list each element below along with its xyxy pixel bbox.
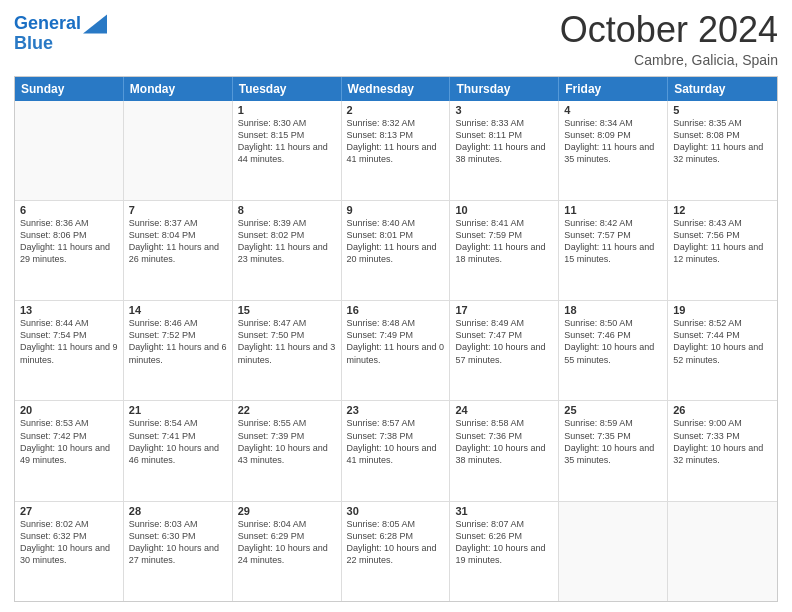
calendar-cell: 1Sunrise: 8:30 AM Sunset: 8:15 PM Daylig… [233,101,342,200]
calendar-cell: 8Sunrise: 8:39 AM Sunset: 8:02 PM Daylig… [233,201,342,300]
day-number: 14 [129,304,227,316]
cell-text: Sunrise: 8:36 AM Sunset: 8:06 PM Dayligh… [20,217,118,266]
logo-icon [83,14,107,34]
cell-text: Sunrise: 8:34 AM Sunset: 8:09 PM Dayligh… [564,117,662,166]
calendar-cell: 24Sunrise: 8:58 AM Sunset: 7:36 PM Dayli… [450,401,559,500]
cell-text: Sunrise: 8:59 AM Sunset: 7:35 PM Dayligh… [564,417,662,466]
calendar-cell: 19Sunrise: 8:52 AM Sunset: 7:44 PM Dayli… [668,301,777,400]
cell-text: Sunrise: 8:02 AM Sunset: 6:32 PM Dayligh… [20,518,118,567]
calendar-cell: 31Sunrise: 8:07 AM Sunset: 6:26 PM Dayli… [450,502,559,601]
cell-text: Sunrise: 9:00 AM Sunset: 7:33 PM Dayligh… [673,417,772,466]
logo-text: General [14,14,81,34]
day-number: 26 [673,404,772,416]
day-number: 7 [129,204,227,216]
day-number: 5 [673,104,772,116]
day-number: 9 [347,204,445,216]
cell-text: Sunrise: 8:47 AM Sunset: 7:50 PM Dayligh… [238,317,336,366]
calendar-cell: 25Sunrise: 8:59 AM Sunset: 7:35 PM Dayli… [559,401,668,500]
day-number: 20 [20,404,118,416]
cell-text: Sunrise: 8:46 AM Sunset: 7:52 PM Dayligh… [129,317,227,366]
calendar-cell: 16Sunrise: 8:48 AM Sunset: 7:49 PM Dayli… [342,301,451,400]
calendar-row-2: 13Sunrise: 8:44 AM Sunset: 7:54 PM Dayli… [15,301,777,401]
logo-line1: General [14,13,81,33]
calendar-cell: 4Sunrise: 8:34 AM Sunset: 8:09 PM Daylig… [559,101,668,200]
calendar-cell: 21Sunrise: 8:54 AM Sunset: 7:41 PM Dayli… [124,401,233,500]
calendar-cell: 22Sunrise: 8:55 AM Sunset: 7:39 PM Dayli… [233,401,342,500]
cell-text: Sunrise: 8:33 AM Sunset: 8:11 PM Dayligh… [455,117,553,166]
day-number: 25 [564,404,662,416]
cell-text: Sunrise: 8:39 AM Sunset: 8:02 PM Dayligh… [238,217,336,266]
svg-marker-0 [83,14,107,33]
calendar-cell: 28Sunrise: 8:03 AM Sunset: 6:30 PM Dayli… [124,502,233,601]
calendar-cell: 23Sunrise: 8:57 AM Sunset: 7:38 PM Dayli… [342,401,451,500]
calendar-cell: 3Sunrise: 8:33 AM Sunset: 8:11 PM Daylig… [450,101,559,200]
cell-text: Sunrise: 8:49 AM Sunset: 7:47 PM Dayligh… [455,317,553,366]
day-number: 12 [673,204,772,216]
location: Cambre, Galicia, Spain [560,52,778,68]
calendar-cell: 17Sunrise: 8:49 AM Sunset: 7:47 PM Dayli… [450,301,559,400]
cell-text: Sunrise: 8:53 AM Sunset: 7:42 PM Dayligh… [20,417,118,466]
cell-text: Sunrise: 8:05 AM Sunset: 6:28 PM Dayligh… [347,518,445,567]
cell-text: Sunrise: 8:57 AM Sunset: 7:38 PM Dayligh… [347,417,445,466]
cell-text: Sunrise: 8:41 AM Sunset: 7:59 PM Dayligh… [455,217,553,266]
day-number: 29 [238,505,336,517]
cell-text: Sunrise: 8:50 AM Sunset: 7:46 PM Dayligh… [564,317,662,366]
calendar-body: 1Sunrise: 8:30 AM Sunset: 8:15 PM Daylig… [15,101,777,601]
day-number: 11 [564,204,662,216]
calendar-cell [559,502,668,601]
calendar-row-1: 6Sunrise: 8:36 AM Sunset: 8:06 PM Daylig… [15,201,777,301]
calendar-cell: 26Sunrise: 9:00 AM Sunset: 7:33 PM Dayli… [668,401,777,500]
day-number: 3 [455,104,553,116]
calendar-cell [124,101,233,200]
calendar-cell: 9Sunrise: 8:40 AM Sunset: 8:01 PM Daylig… [342,201,451,300]
day-number: 10 [455,204,553,216]
calendar-header: SundayMondayTuesdayWednesdayThursdayFrid… [15,77,777,101]
cell-text: Sunrise: 8:07 AM Sunset: 6:26 PM Dayligh… [455,518,553,567]
day-header-tuesday: Tuesday [233,77,342,101]
cell-text: Sunrise: 8:35 AM Sunset: 8:08 PM Dayligh… [673,117,772,166]
day-number: 13 [20,304,118,316]
day-number: 22 [238,404,336,416]
day-number: 31 [455,505,553,517]
day-number: 8 [238,204,336,216]
day-number: 6 [20,204,118,216]
calendar-cell: 20Sunrise: 8:53 AM Sunset: 7:42 PM Dayli… [15,401,124,500]
cell-text: Sunrise: 8:03 AM Sunset: 6:30 PM Dayligh… [129,518,227,567]
day-header-thursday: Thursday [450,77,559,101]
calendar-cell: 10Sunrise: 8:41 AM Sunset: 7:59 PM Dayli… [450,201,559,300]
day-number: 16 [347,304,445,316]
day-number: 4 [564,104,662,116]
day-header-friday: Friday [559,77,668,101]
calendar-cell: 27Sunrise: 8:02 AM Sunset: 6:32 PM Dayli… [15,502,124,601]
day-number: 24 [455,404,553,416]
cell-text: Sunrise: 8:52 AM Sunset: 7:44 PM Dayligh… [673,317,772,366]
calendar-cell: 30Sunrise: 8:05 AM Sunset: 6:28 PM Dayli… [342,502,451,601]
logo: General Blue [14,14,107,54]
day-header-monday: Monday [124,77,233,101]
title-block: October 2024 Cambre, Galicia, Spain [560,10,778,68]
calendar-cell: 2Sunrise: 8:32 AM Sunset: 8:13 PM Daylig… [342,101,451,200]
cell-text: Sunrise: 8:55 AM Sunset: 7:39 PM Dayligh… [238,417,336,466]
calendar-cell: 12Sunrise: 8:43 AM Sunset: 7:56 PM Dayli… [668,201,777,300]
calendar-cell: 14Sunrise: 8:46 AM Sunset: 7:52 PM Dayli… [124,301,233,400]
calendar-cell: 5Sunrise: 8:35 AM Sunset: 8:08 PM Daylig… [668,101,777,200]
cell-text: Sunrise: 8:43 AM Sunset: 7:56 PM Dayligh… [673,217,772,266]
calendar-cell: 18Sunrise: 8:50 AM Sunset: 7:46 PM Dayli… [559,301,668,400]
cell-text: Sunrise: 8:32 AM Sunset: 8:13 PM Dayligh… [347,117,445,166]
page: General Blue October 2024 Cambre, Galici… [0,0,792,612]
calendar-row-3: 20Sunrise: 8:53 AM Sunset: 7:42 PM Dayli… [15,401,777,501]
day-number: 23 [347,404,445,416]
calendar-cell: 13Sunrise: 8:44 AM Sunset: 7:54 PM Dayli… [15,301,124,400]
day-number: 15 [238,304,336,316]
calendar-row-0: 1Sunrise: 8:30 AM Sunset: 8:15 PM Daylig… [15,101,777,201]
calendar-row-4: 27Sunrise: 8:02 AM Sunset: 6:32 PM Dayli… [15,502,777,601]
logo-line2: Blue [14,34,107,54]
cell-text: Sunrise: 8:44 AM Sunset: 7:54 PM Dayligh… [20,317,118,366]
day-number: 28 [129,505,227,517]
cell-text: Sunrise: 8:48 AM Sunset: 7:49 PM Dayligh… [347,317,445,366]
day-number: 30 [347,505,445,517]
calendar-cell: 11Sunrise: 8:42 AM Sunset: 7:57 PM Dayli… [559,201,668,300]
calendar: SundayMondayTuesdayWednesdayThursdayFrid… [14,76,778,602]
month-title: October 2024 [560,10,778,50]
day-number: 27 [20,505,118,517]
